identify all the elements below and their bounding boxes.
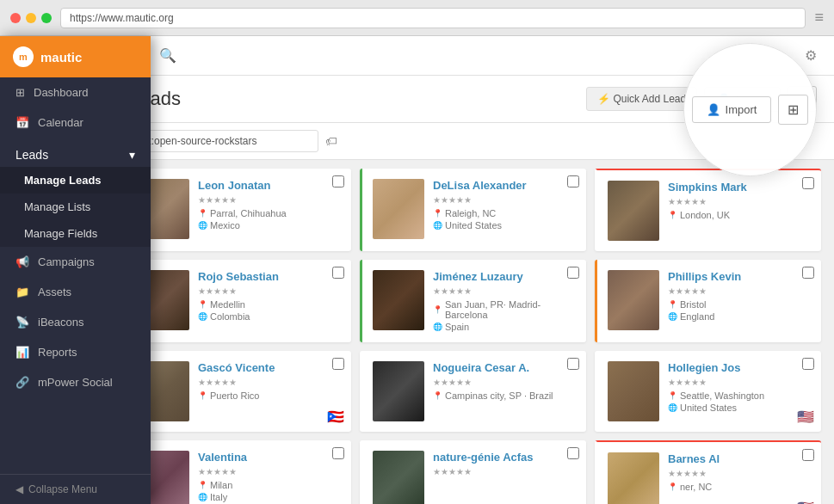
- lead-info: Simpkins Mark ★★★★★ 📍London, UK: [668, 181, 811, 241]
- lead-country: 🌐Colombia: [198, 311, 341, 322]
- browser-window-controls: [10, 13, 52, 23]
- sidebar-expanded-overlay: m mautic ⊞ Dashboard 📅 Calendar Leads ▾ …: [0, 36, 151, 504]
- lead-card: Gascó Vicente ★★★★★ 📍Puerto Rico 🇵🇷: [125, 351, 351, 432]
- lead-checkbox[interactable]: [332, 447, 344, 459]
- lead-name[interactable]: Phillips Kevin: [668, 270, 811, 283]
- lead-card: Simpkins Mark ★★★★★ 📍London, UK: [595, 169, 821, 251]
- lead-card: Rojo Sebastian ★★★★★ 📍Medellin 🌐Colombia: [125, 260, 351, 342]
- quick-add-lead-button[interactable]: ⚡ Quick Add Lead: [586, 87, 697, 111]
- expanded-manage-fields[interactable]: Manage Fields: [0, 220, 151, 247]
- globe-icon: 🌐: [433, 323, 442, 331]
- expanded-campaigns[interactable]: 📢 Campaigns: [0, 247, 151, 277]
- lead-name[interactable]: Valentina: [198, 451, 341, 464]
- lead-checkbox[interactable]: [802, 358, 814, 370]
- lead-checkbox[interactable]: [567, 447, 579, 459]
- lead-city: 📍Raleigh, NC: [433, 208, 576, 218]
- expanded-mpower-label: mPower Social: [38, 376, 113, 389]
- lead-info: Phillips Kevin ★★★★★ 📍Bristol 🌐England: [668, 270, 811, 332]
- expanded-leads-header[interactable]: Leads ▾: [0, 138, 151, 167]
- lead-info: Rojo Sebastian ★★★★★ 📍Medellin 🌐Colombia: [198, 270, 341, 332]
- location-icon: 📍: [198, 481, 207, 489]
- browser-menu-icon[interactable]: ≡: [814, 9, 824, 27]
- location-icon: 📍: [668, 391, 677, 400]
- lead-name[interactable]: Rojo Sebastian: [198, 270, 341, 283]
- lead-name[interactable]: Gascó Vicente: [198, 361, 341, 374]
- lead-info: Barnes Al ★★★★★ 📍ner, NC: [668, 452, 811, 504]
- zoom-import-button[interactable]: 👤 Import ⊞: [692, 95, 809, 125]
- expanded-manage-leads[interactable]: Manage Leads: [0, 167, 151, 194]
- expanded-calendar[interactable]: 📅 Calendar: [0, 108, 151, 138]
- lead-photo: [373, 179, 424, 239]
- expanded-assets[interactable]: 📁 Assets: [0, 277, 151, 307]
- lead-stars: ★★★★★: [433, 378, 576, 387]
- lead-photo: [608, 361, 659, 421]
- lead-country: 🌐United States: [433, 220, 576, 230]
- lead-country: 🌐Mexico: [198, 220, 341, 230]
- expanded-ibeacons-label: iBeacons: [38, 316, 83, 329]
- lead-name[interactable]: Hollegien Jos: [668, 361, 811, 374]
- lead-name[interactable]: Simpkins Mark: [668, 181, 811, 194]
- lead-photo: [608, 270, 659, 330]
- location-icon: 📍: [198, 391, 207, 400]
- globe-icon: 🌐: [433, 221, 442, 230]
- globe-icon: 🌐: [668, 403, 677, 412]
- minimize-button[interactable]: [26, 13, 36, 23]
- lead-checkbox[interactable]: [802, 177, 814, 189]
- lead-photo: [373, 451, 424, 504]
- lead-name[interactable]: Barnes Al: [668, 452, 811, 465]
- zoomed-import-button[interactable]: 👤 Import: [692, 96, 772, 123]
- zoomed-grid-button[interactable]: ⊞: [778, 95, 808, 125]
- lead-stars: ★★★★★: [668, 197, 811, 206]
- lead-stars: ★★★★★: [198, 195, 341, 205]
- lead-stars: ★★★★★: [198, 467, 341, 476]
- lead-photo: [608, 181, 659, 241]
- lead-checkbox[interactable]: [567, 267, 579, 279]
- lead-stars: ★★★★★: [668, 286, 811, 296]
- expanded-mpower[interactable]: 🔗 mPower Social: [0, 367, 151, 397]
- tag-filter-icon[interactable]: 🏷: [325, 134, 337, 148]
- location-icon: 📍: [668, 211, 677, 219]
- lead-name[interactable]: Jiménez Luzaury: [433, 270, 576, 283]
- lead-checkbox[interactable]: [567, 358, 579, 370]
- url-bar[interactable]: [60, 8, 806, 28]
- location-icon: 📍: [668, 482, 677, 491]
- lead-name[interactable]: DeLisa Alexander: [433, 179, 576, 192]
- lead-checkbox[interactable]: [802, 267, 814, 279]
- maximize-button[interactable]: [41, 13, 52, 23]
- lead-city: 📍Medellin: [198, 299, 341, 310]
- lead-name[interactable]: Leon Jonatan: [198, 179, 341, 192]
- lead-name[interactable]: Nogueira Cesar A.: [433, 361, 576, 374]
- lead-checkbox[interactable]: [332, 267, 344, 279]
- lead-info: Nogueira Cesar A. ★★★★★ 📍Campinas city, …: [433, 361, 576, 421]
- expanded-ibeacons[interactable]: 📡 iBeacons: [0, 307, 151, 337]
- zoom-circle-overlay: 👤 Import ⊞: [683, 43, 817, 176]
- settings-gear-icon[interactable]: ⚙: [805, 47, 817, 64]
- lead-checkbox[interactable]: [802, 449, 814, 461]
- search-icon[interactable]: 🔍: [159, 47, 176, 64]
- expanded-manage-lists[interactable]: Manage Lists: [0, 194, 151, 220]
- lead-name[interactable]: nature-génie Acfas: [433, 451, 576, 464]
- lead-city: 📍Parral, Chihuahua: [198, 208, 341, 218]
- country-flag-icon: 🇺🇸: [797, 409, 814, 425]
- lead-stars: ★★★★★: [198, 378, 341, 387]
- lead-checkbox[interactable]: [332, 358, 344, 370]
- expanded-logo-circle: m: [13, 46, 34, 67]
- expanded-ibeacons-icon: 📡: [15, 316, 29, 329]
- expanded-assets-icon: 📁: [15, 286, 29, 298]
- lead-info: Leon Jonatan ★★★★★ 📍Parral, Chihuahua 🌐M…: [198, 179, 341, 241]
- search-input[interactable]: [129, 130, 318, 152]
- lead-card: nature-génie Acfas ★★★★★: [360, 440, 586, 504]
- close-button[interactable]: [10, 13, 21, 23]
- lead-city: 📍Milan: [198, 480, 341, 490]
- expanded-calendar-label: Calendar: [38, 116, 83, 129]
- lead-stars: ★★★★★: [668, 469, 811, 478]
- expanded-mpower-icon: 🔗: [15, 376, 29, 389]
- lead-checkbox[interactable]: [332, 175, 344, 187]
- location-icon: 📍: [198, 209, 207, 218]
- expanded-collapse-menu[interactable]: ◀ Collapse Menu: [0, 474, 151, 504]
- lead-checkbox[interactable]: [567, 175, 579, 187]
- lead-photo: [373, 270, 424, 330]
- expanded-dashboard[interactable]: ⊞ Dashboard: [0, 77, 151, 108]
- expanded-reports[interactable]: 📊 Reports: [0, 337, 151, 367]
- lead-country: 🌐Italy: [198, 492, 341, 502]
